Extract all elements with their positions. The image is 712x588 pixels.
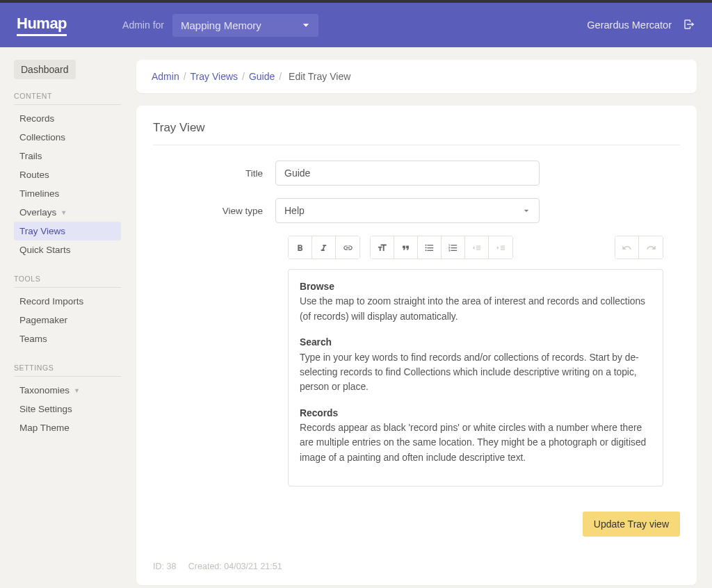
sidebar-item-map-theme[interactable]: Map Theme (14, 418, 121, 437)
breadcrumb-link[interactable]: Admin (152, 71, 179, 82)
sidebar-item-timelines[interactable]: Timelines (14, 184, 121, 203)
topbar: Humap Admin for Mapping Memory Gerardus … (0, 3, 712, 47)
sidebar-dashboard[interactable]: Dashboard (14, 60, 76, 79)
sidebar-item-collections[interactable]: Collections (14, 128, 121, 147)
content-heading: Browse (300, 279, 652, 294)
sidebar-item-label: Site Settings (19, 404, 72, 414)
meta-created: Created: 04/03/21 21:51 (188, 562, 282, 571)
content-paragraph: Records appear as black 'record pins' or… (300, 420, 652, 465)
sidebar-item-label: Trails (19, 151, 42, 161)
update-button[interactable]: Update Tray view (583, 512, 680, 537)
sidebar-item-teams[interactable]: Teams (14, 329, 121, 348)
sidebar: Dashboard CONTENTRecordsCollectionsTrail… (0, 47, 132, 588)
breadcrumb-link[interactable]: Tray Views (191, 71, 238, 82)
project-select[interactable]: Mapping Memory (172, 14, 318, 37)
undo-icon (615, 236, 639, 259)
breadcrumb: Admin/Tray Views/Guide/ Edit Tray View (136, 60, 697, 93)
sidebar-item-site-settings[interactable]: Site Settings (14, 400, 121, 418)
sidebar-item-tray-views[interactable]: Tray Views (14, 222, 121, 240)
sidebar-item-label: Quick Starts (19, 245, 71, 255)
sidebar-item-trails[interactable]: Trails (14, 147, 121, 165)
view-type-label: View type (153, 206, 275, 216)
sidebar-item-routes[interactable]: Routes (14, 165, 121, 184)
italic-icon[interactable] (312, 236, 336, 259)
sidebar-section-title: CONTENT (14, 92, 121, 105)
sidebar-item-label: Teams (19, 334, 47, 344)
sidebar-item-label: Map Theme (19, 423, 70, 433)
sidebar-item-overlays[interactable]: Overlays▼ (14, 203, 121, 222)
link-icon[interactable] (336, 236, 359, 259)
sidebar-item-label: Routes (19, 170, 49, 180)
sidebar-section-title: TOOLS (14, 275, 121, 288)
admin-for-label: Admin for (122, 19, 164, 31)
indent-icon (489, 236, 512, 259)
breadcrumb-current: Edit Tray View (289, 71, 350, 82)
breadcrumb-separator: / (242, 71, 245, 82)
bullet-list-icon[interactable] (418, 236, 442, 259)
sidebar-item-taxonomies[interactable]: Taxonomies▼ (14, 381, 121, 400)
content-heading: Search (300, 335, 652, 350)
content-paragraph: Use the map to zoom straight into the ar… (300, 294, 652, 324)
sidebar-item-label: Tray Views (19, 226, 65, 236)
breadcrumb-separator: / (184, 71, 186, 82)
sidebar-item-label: Record Imports (19, 296, 83, 307)
form-card: Tray View Title View type Help (136, 106, 697, 585)
chevron-down-icon: ▼ (74, 387, 80, 394)
chevron-down-icon: ▼ (60, 209, 67, 216)
view-type-select[interactable]: Help (275, 198, 540, 223)
number-list-icon[interactable] (442, 236, 465, 259)
quote-icon[interactable] (394, 236, 418, 259)
sidebar-item-records[interactable]: Records (14, 109, 121, 128)
text-size-icon[interactable] (371, 236, 394, 259)
sidebar-item-label: Records (19, 113, 54, 124)
sidebar-item-label: Taxonomies (19, 385, 70, 395)
card-title: Tray View (153, 121, 680, 145)
redo-icon (639, 236, 663, 259)
logo[interactable]: Humap (17, 15, 67, 36)
content-heading: Records (300, 406, 652, 420)
sidebar-item-label: Collections (19, 132, 65, 142)
meta-line: ID: 38 Created: 04/03/21 21:51 (153, 562, 680, 571)
sidebar-item-record-imports[interactable]: Record Imports (14, 292, 121, 311)
breadcrumb-link[interactable]: Guide (249, 71, 275, 82)
sidebar-item-label: Timelines (19, 188, 59, 199)
username: Gerardus Mercator (587, 19, 672, 31)
sidebar-item-quick-starts[interactable]: Quick Starts (14, 240, 121, 259)
editor-toolbar (288, 236, 663, 259)
meta-id: ID: 38 (153, 562, 176, 571)
title-label: Title (153, 168, 275, 179)
content-paragraph: Type in your key words to find records a… (300, 350, 652, 395)
outdent-icon (465, 236, 489, 259)
sidebar-section-title: SETTINGS (14, 364, 121, 377)
main-area: Admin/Tray Views/Guide/ Edit Tray View T… (132, 47, 712, 588)
editor-content[interactable]: Browse Use the map to zoom straight into… (288, 269, 663, 487)
sidebar-item-label: Pagemaker (19, 315, 67, 325)
sidebar-item-pagemaker[interactable]: Pagemaker (14, 311, 121, 329)
bold-icon[interactable] (289, 236, 312, 259)
title-input[interactable] (275, 161, 540, 186)
sidebar-item-label: Overlays (19, 207, 56, 218)
breadcrumb-separator: / (279, 71, 282, 82)
logout-icon[interactable] (683, 18, 695, 33)
